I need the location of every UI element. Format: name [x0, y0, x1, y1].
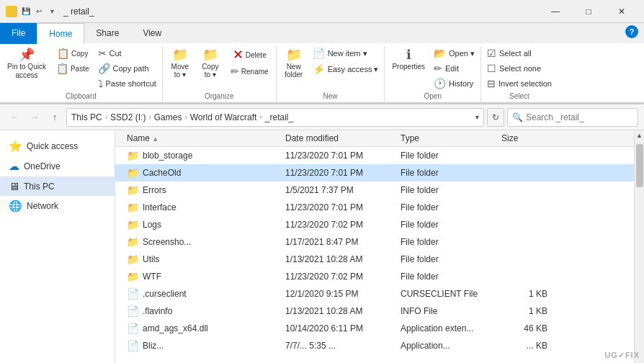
cell-size: [496, 241, 553, 243]
address-bar[interactable]: This PC › SSD2 (I:) › Games › World of W…: [66, 108, 484, 127]
save-icon[interactable]: 💾: [20, 6, 32, 17]
sidebar-item-quick-access[interactable]: ⭐ Quick access: [0, 136, 115, 156]
cell-type: File folder: [395, 270, 496, 283]
ribbon: File Home Share View ? 📌 Pin to Quickacc…: [0, 23, 644, 104]
selectall-icon: ☑: [487, 48, 496, 59]
table-row[interactable]: 📄 Bliz... 7/7/... 5:35 ... Application..…: [115, 337, 634, 354]
cell-name: 📁 WTF: [121, 269, 279, 284]
open-icon: 📂: [434, 48, 446, 59]
table-row[interactable]: 📁 Interface 11/23/2020 7:01 PM File fold…: [115, 199, 634, 216]
file-name-text: CacheOld: [143, 168, 181, 178]
folder-icon: 📁: [127, 254, 139, 265]
back-button[interactable]: ←: [6, 109, 23, 126]
cell-type: File folder: [395, 201, 496, 214]
table-row[interactable]: 📁 Errors 1/5/2021 7:37 PM File folder: [115, 182, 634, 199]
cell-size: 1 KB: [496, 305, 553, 318]
edit-button[interactable]: ✏ Edit: [431, 61, 478, 76]
scrollbar[interactable]: ▲ ▼: [634, 130, 644, 363]
close-button[interactable]: ✕: [605, 0, 638, 23]
ribbon-content: 📌 Pin to Quickaccess 📋 Copy 📋 Paste: [0, 43, 644, 104]
move-to-button[interactable]: 📁 Moveto ▾: [166, 46, 194, 81]
file-name-text: .curseclient: [143, 289, 187, 299]
table-row[interactable]: 📄 .curseclient 12/1/2020 9:15 PM CURSECL…: [115, 285, 634, 302]
address-dropdown-arrow[interactable]: ▾: [475, 113, 479, 121]
column-header-name[interactable]: Name ▲: [121, 130, 279, 146]
cell-type: File folder: [395, 253, 496, 266]
paste-button[interactable]: 📋 Paste: [52, 61, 94, 76]
table-row[interactable]: 📄 .flavinfo 1/13/2021 10:28 AM INFO File…: [115, 302, 634, 320]
scroll-up-arrow[interactable]: ▲: [635, 130, 644, 140]
sidebar-item-this-pc[interactable]: 🖥 This PC: [0, 176, 115, 196]
cell-type: File folder: [395, 149, 496, 162]
delete-button[interactable]: ✕ Delete: [226, 46, 273, 63]
properties-button[interactable]: ℹ Properties: [388, 46, 429, 73]
history-button[interactable]: 🕐 History: [431, 76, 478, 91]
minimize-button[interactable]: —: [539, 0, 572, 23]
cell-size: [496, 154, 553, 157]
paste-shortcut-button[interactable]: ⤵ Paste shortcut: [95, 76, 159, 91]
history-icon: 🕐: [434, 78, 446, 89]
open-button[interactable]: 📂 Open ▾: [431, 46, 478, 60]
select-all-button[interactable]: ☑ Select all: [484, 46, 555, 60]
dropdown-arrow-icon[interactable]: ▾: [46, 6, 58, 17]
sidebar-label-onedrive: OneDrive: [24, 161, 61, 171]
scroll-thumb[interactable]: [636, 144, 643, 187]
table-row[interactable]: 📄 amd_ags_x64.dll 10/14/2020 6:11 PM App…: [115, 320, 634, 337]
table-row[interactable]: 📁 blob_storage 11/23/2020 7:01 PM File f…: [115, 147, 634, 164]
column-header-type[interactable]: Type: [395, 130, 496, 146]
copy-to-button[interactable]: 📁 Copyto ▾: [196, 46, 225, 81]
breadcrumb-wow[interactable]: World of Warcraft: [190, 112, 257, 122]
cell-type: INFO File: [395, 305, 496, 318]
breadcrumb-games[interactable]: Games: [154, 112, 182, 122]
file-list: 📁 blob_storage 11/23/2020 7:01 PM File f…: [115, 147, 634, 363]
search-input[interactable]: [526, 112, 634, 122]
breadcrumb-thispc[interactable]: This PC: [71, 112, 102, 122]
breadcrumb-ssd2[interactable]: SSD2 (I:): [110, 112, 146, 122]
invert-selection-button[interactable]: ⊟ Invert selection: [484, 76, 555, 91]
table-row[interactable]: 📁 WTF 11/23/2020 7:02 PM File folder: [115, 268, 634, 285]
folder-icon: 📁: [127, 150, 139, 161]
selectnone-icon: ☐: [487, 63, 496, 74]
sidebar-item-onedrive[interactable]: ☁ OneDrive: [0, 156, 115, 176]
pin-to-quick-access-button[interactable]: 📌 Pin to Quickaccess: [3, 46, 50, 82]
help-button[interactable]: ?: [625, 25, 638, 38]
column-header-date[interactable]: Date modified: [279, 130, 395, 146]
search-bar[interactable]: 🔍: [507, 108, 638, 127]
select-group-label: Select: [484, 91, 555, 102]
network-icon: 🌐: [9, 200, 22, 212]
tab-view[interactable]: View: [131, 23, 174, 43]
rename-button[interactable]: ✏ Rename: [226, 64, 273, 79]
refresh-button[interactable]: ↻: [487, 108, 504, 127]
tab-file[interactable]: File: [0, 23, 37, 44]
cut-icon: ✂: [98, 48, 107, 59]
maximize-button[interactable]: □: [572, 0, 605, 23]
tab-share[interactable]: Share: [84, 23, 131, 43]
select-none-button[interactable]: ☐ Select none: [484, 61, 555, 76]
new-folder-button[interactable]: 📁 Newfolder: [279, 46, 308, 81]
column-header-size[interactable]: Size: [496, 130, 553, 146]
copy-path-button[interactable]: 🔗 Copy path: [95, 61, 159, 76]
file-name-text: blob_storage: [143, 151, 192, 161]
easy-access-button[interactable]: ⚡ Easy access ▾: [310, 62, 382, 76]
breadcrumb-retail[interactable]: _retail_: [265, 112, 293, 122]
cut-button[interactable]: ✂ Cut: [95, 46, 159, 60]
organize-group-label: Organize: [166, 91, 273, 102]
new-group-label: New: [279, 91, 382, 102]
table-row[interactable]: 📁 Utils 1/13/2021 10:28 AM File folder: [115, 251, 634, 268]
new-item-button[interactable]: 📄 New item ▾: [310, 46, 382, 60]
table-row[interactable]: 📁 Logs 11/23/2020 7:02 PM File folder: [115, 216, 634, 233]
scroll-track[interactable]: [635, 140, 644, 363]
cell-type: File folder: [395, 236, 496, 248]
select-group: ☑ Select all ☐ Select none ⊟ Invert sele…: [481, 46, 558, 102]
table-row[interactable]: 📁 Screensho... 1/17/2021 8:47 PM File fo…: [115, 233, 634, 251]
forward-button[interactable]: →: [26, 109, 43, 126]
copy-button[interactable]: 📋 Copy: [52, 46, 94, 60]
up-button[interactable]: ↑: [46, 109, 63, 126]
sidebar: ⭐ Quick access ☁ OneDrive 🖥 This PC 🌐 Ne…: [0, 130, 115, 363]
sidebar-item-network[interactable]: 🌐 Network: [0, 196, 115, 216]
tab-home[interactable]: Home: [37, 23, 84, 44]
title-bar: 💾 ↩ ▾ _ retail_ — □ ✕: [0, 0, 644, 23]
undo-icon[interactable]: ↩: [33, 6, 45, 17]
table-row[interactable]: 📁 CacheOld 11/23/2020 7:01 PM File folde…: [115, 164, 634, 182]
main-container: ⭐ Quick access ☁ OneDrive 🖥 This PC 🌐 Ne…: [0, 130, 644, 363]
